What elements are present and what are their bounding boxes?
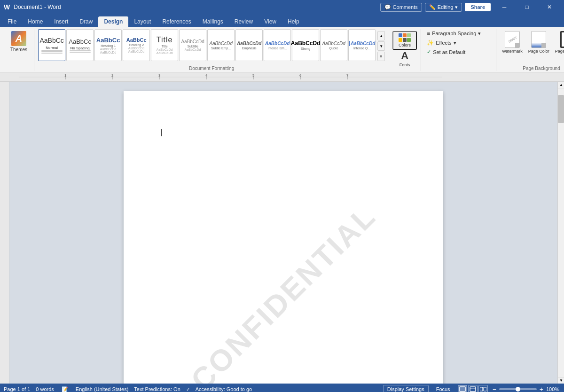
style-strong[interactable]: AaBbCcDd Strong (292, 29, 319, 61)
editing-button[interactable]: ✏️ Editing ▾ (425, 3, 462, 12)
style-subtle-emphasis[interactable]: AaBbCcDd Subtle Emp... (207, 29, 235, 61)
tab-help[interactable]: Help (282, 16, 305, 27)
style-scroll-down[interactable]: ▼ (377, 41, 385, 51)
style-title[interactable]: Title Title AaBbCcDd AaBbCcDd (151, 29, 178, 61)
watermark-label: Watermark (502, 49, 523, 54)
style-heading1[interactable]: AaBbCc Heading 1 AaBbCcDd AaBbCcDd (94, 29, 122, 61)
svg-text:1: 1 (64, 73, 67, 78)
style-more-button[interactable]: ≡ (377, 52, 385, 61)
print-layout-view-button[interactable] (458, 385, 467, 392)
watermark-text: CONFIDENTIAL (184, 198, 383, 384)
style-items: AaBbCc Normal AaBbCc No Spacing AaBbCc H… (38, 29, 376, 63)
ribbon-tabs: File Home Insert Draw Design Layout Refe… (0, 14, 564, 27)
color-swatch-6 (407, 38, 411, 42)
svg-rect-20 (484, 387, 486, 391)
fonts-button[interactable]: A Fonts (392, 50, 417, 67)
style-intense-emphasis[interactable]: AaBbCcDd Intense Em... (264, 29, 291, 61)
style-normal[interactable]: AaBbCc Normal (38, 29, 65, 61)
tab-draw[interactable]: Draw (74, 16, 98, 27)
tab-mailings[interactable]: Mailings (197, 16, 229, 27)
style-scroll-controls: ▲ ▼ ≡ (377, 31, 385, 61)
colors-swatches-2 (399, 38, 411, 42)
tab-review[interactable]: Review (229, 16, 258, 27)
read-view-button[interactable] (478, 385, 488, 392)
restore-button[interactable]: □ (516, 0, 538, 14)
themes-group: A Themes (4, 29, 34, 71)
zoom-in-button[interactable]: + (539, 385, 544, 392)
style-emphasis[interactable]: AaBbCcDd Emphasis (235, 29, 263, 61)
text-cursor (161, 129, 162, 136)
page-borders-icon (560, 31, 564, 48)
minimize-button[interactable]: ─ (494, 0, 515, 14)
print-layout-icon (459, 386, 466, 392)
zoom-out-button[interactable]: − (492, 385, 497, 392)
tab-insert[interactable]: Insert (48, 16, 74, 27)
page-background-content: DRAFT Watermark Page Color Page Borders (500, 29, 564, 63)
page-info: Page 1 of 1 (4, 386, 30, 392)
effects-button[interactable]: ✨ Effects ▾ (425, 39, 491, 47)
view-buttons (458, 385, 488, 392)
title-bar-right: 💬 Comments ✏️ Editing ▾ Share ─ □ ✕ (380, 0, 560, 14)
accessibility-status[interactable]: Accessibility: Good to go (196, 386, 252, 392)
scrollbar-thumb[interactable] (558, 95, 564, 123)
read-view-icon (480, 386, 486, 392)
checkmark-icon: ✓ (427, 49, 431, 55)
close-button[interactable]: ✕ (539, 0, 560, 14)
comments-icon: 💬 (384, 4, 391, 10)
document-title: Document1 - Word (14, 4, 61, 10)
page-color-button[interactable]: Page Color (526, 29, 551, 55)
scrollbar-right[interactable]: ▲ ▼ (557, 82, 564, 384)
effects-label: Effects (436, 40, 451, 46)
document-formatting-label: Document Formatting (38, 65, 385, 71)
page-borders-button[interactable]: Page Borders (553, 29, 564, 55)
watermark-button[interactable]: DRAFT Watermark (500, 29, 525, 55)
focus-button[interactable]: Focus (432, 385, 454, 392)
style-subtitle[interactable]: AaBbCcDd Subtitle AaBbCcDd (179, 29, 206, 61)
tab-view[interactable]: View (258, 16, 282, 27)
language[interactable]: English (United States) (76, 386, 129, 392)
para-effects-group: ≡ Paragraph Spacing ▾ ✨ Effects ▾ ✓ Set … (421, 29, 496, 71)
display-settings-button[interactable]: Display Settings (383, 385, 429, 392)
style-gallery: AaBbCc Normal AaBbCc No Spacing AaBbCc H… (38, 29, 385, 63)
style-gallery-group: AaBbCc Normal AaBbCc No Spacing AaBbCc H… (34, 29, 389, 71)
svg-text:7: 7 (346, 73, 349, 78)
tab-home[interactable]: Home (22, 16, 48, 27)
style-gallery-content: AaBbCc Normal AaBbCc No Spacing AaBbCc H… (38, 29, 385, 63)
page-borders-label: Page Borders (555, 49, 564, 54)
color-swatch-4 (399, 38, 402, 42)
tab-design[interactable]: Design (98, 16, 128, 27)
scroll-up-button[interactable]: ▲ (558, 82, 564, 88)
themes-button[interactable]: A Themes (8, 29, 30, 54)
comments-button[interactable]: 💬 Comments (380, 3, 422, 12)
tab-file[interactable]: File (2, 16, 22, 27)
set-default-button[interactable]: ✓ Set as Default (425, 48, 491, 56)
zoom-slider-thumb (516, 387, 520, 392)
title-bar: W Document1 - Word 💬 Comments ✏️ Editing… (0, 0, 564, 14)
proofing-icon[interactable]: 📝 (60, 385, 70, 392)
colors-label: Colors (399, 43, 411, 47)
tab-references[interactable]: References (157, 16, 196, 27)
document-page[interactable]: CONFIDENTIAL (124, 91, 443, 384)
main-area: CONFIDENTIAL ▲ ▼ (0, 82, 564, 384)
colors-button[interactable]: Colors (392, 31, 417, 50)
page-background-label: Page Background (500, 65, 564, 71)
web-layout-icon (470, 386, 476, 392)
content-area[interactable]: CONFIDENTIAL (9, 82, 557, 384)
word-logo: W (4, 3, 10, 11)
paragraph-spacing-button[interactable]: ≡ Paragraph Spacing ▾ (425, 29, 491, 38)
color-swatch-2 (403, 33, 407, 37)
web-layout-view-button[interactable] (468, 385, 478, 392)
style-quote[interactable]: AaBbCcDd Quote (320, 29, 347, 61)
ruler-top: // Ticks drawn via SVG inline 1 2 3 4 5 … (0, 72, 564, 82)
style-intense-quote[interactable]: AaBbCcDd Intense Q... (348, 29, 376, 61)
style-no-spacing[interactable]: AaBbCc No Spacing (66, 29, 94, 61)
scroll-down-button[interactable]: ▼ (558, 377, 564, 384)
share-button[interactable]: Share (465, 3, 491, 11)
themes-group-content: A Themes (8, 29, 30, 71)
set-default-label: Set as Default (433, 49, 465, 55)
tab-layout[interactable]: Layout (128, 16, 157, 27)
style-heading2[interactable]: AaBbCc Heading 2 AaBbCcDd AaBbCcDd (123, 29, 150, 61)
effects-arrow: ▾ (454, 40, 456, 46)
style-scroll-up[interactable]: ▲ (377, 31, 385, 40)
zoom-slider[interactable] (499, 388, 537, 390)
